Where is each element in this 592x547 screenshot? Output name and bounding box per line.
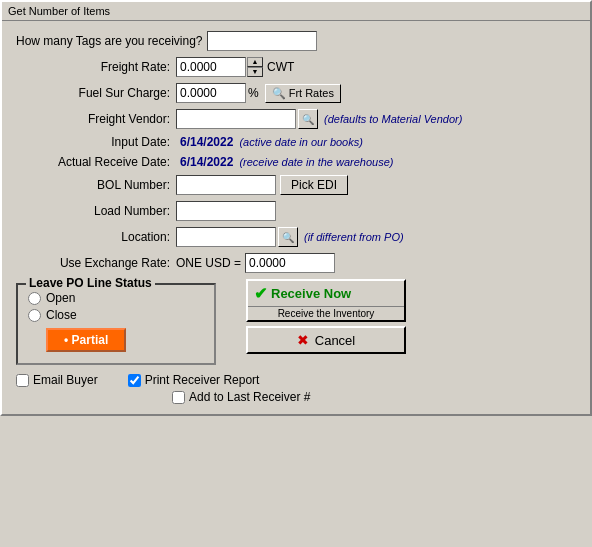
bol-number-label: BOL Number: [16,178,176,192]
partial-button[interactable]: • Partial [46,328,126,352]
exchange-rate-row: Use Exchange Rate: ONE USD = [16,253,576,273]
fuel-sur-label: Fuel Sur Charge: [16,86,176,100]
receive-now-button[interactable]: ✔ Receive Now Receive the Inventory [246,279,406,322]
po-status-open-radio[interactable] [28,292,41,305]
location-input[interactable] [176,227,276,247]
freight-rate-unit: CWT [267,60,294,74]
po-status-open-option: Open [28,291,204,305]
location-label: Location: [16,230,176,244]
exchange-rate-label: Use Exchange Rate: [16,256,176,270]
location-search-button[interactable]: 🔍 [278,227,298,247]
freight-vendor-row: Freight Vendor: 🔍 (defaults to Material … [16,109,576,129]
location-row: Location: 🔍 (if different from PO) [16,227,576,247]
checkmark-icon: ✔ [254,284,267,303]
bottom-checkboxes-row: Email Buyer Print Receiver Report [16,373,576,387]
fuel-sur-input[interactable] [176,83,246,103]
email-buyer-row: Email Buyer [16,373,98,387]
one-usd-label: ONE USD = [176,256,241,270]
input-date-label: Input Date: [16,135,176,149]
print-receiver-checkbox[interactable] [128,374,141,387]
email-buyer-checkbox[interactable] [16,374,29,387]
po-status-close-label: Close [46,308,77,322]
print-receiver-row: Print Receiver Report [128,373,260,387]
input-date-hint: (active date in our books) [239,136,363,148]
po-status-open-label: Open [46,291,75,305]
frt-rates-button[interactable]: 🔍 Frt Rates [265,84,341,103]
location-search-icon: 🔍 [282,232,294,243]
pick-edi-button[interactable]: Pick EDI [280,175,348,195]
po-status-close-radio[interactable] [28,309,41,322]
add-to-last-row: Add to Last Receiver # [172,390,576,404]
location-hint: (if different from PO) [304,231,404,243]
input-date-value: 6/14/2022 [180,135,233,149]
print-receiver-label: Print Receiver Report [145,373,260,387]
freight-rate-up[interactable]: ▲ [247,57,263,67]
freight-rate-row: Freight Rate: ▲ ▼ CWT [16,57,576,77]
add-to-last-checkbox[interactable] [172,391,185,404]
bottom-section: Leave PO Line Status Open Close • Partia… [16,279,576,365]
window-title: Get Number of Items [8,5,110,17]
pick-edi-label: Pick EDI [291,178,337,192]
percent-label: % [248,86,259,100]
receive-now-sub: Receive the Inventory [248,306,404,320]
add-to-last-checkbox-row: Add to Last Receiver # [172,390,310,404]
po-line-status-title: Leave PO Line Status [26,276,155,290]
freight-rate-label: Freight Rate: [16,60,176,74]
freight-rate-down[interactable]: ▼ [247,67,263,77]
partial-label: Partial [72,333,109,347]
exchange-rate-group: ONE USD = [176,253,335,273]
actual-receive-date-label: Actual Receive Date: [16,155,176,169]
actual-receive-date-value: 6/14/2022 [180,155,233,169]
load-number-row: Load Number: [16,201,576,221]
tags-row: How many Tags are you receiving? [16,31,576,51]
right-buttons: ✔ Receive Now Receive the Inventory ✖ Ca… [246,279,406,354]
po-status-close-option: Close [28,308,204,322]
frt-rates-label: Frt Rates [289,87,334,99]
bol-number-input[interactable] [176,175,276,195]
load-number-label: Load Number: [16,204,176,218]
tags-input[interactable] [207,31,317,51]
load-number-input[interactable] [176,201,276,221]
x-icon: ✖ [297,332,309,348]
cancel-button[interactable]: ✖ Cancel [246,326,406,354]
tags-question-label: How many Tags are you receiving? [16,34,203,48]
magnify-icon: 🔍 [272,87,286,100]
receive-now-label: Receive Now [271,286,351,301]
freight-vendor-label: Freight Vendor: [16,112,176,126]
actual-receive-hint: (receive date in the warehouse) [239,156,393,168]
main-window: Get Number of Items How many Tags are yo… [0,0,592,416]
add-to-last-label: Add to Last Receiver # [189,390,310,404]
fuel-sur-row: Fuel Sur Charge: % 🔍 Frt Rates [16,83,576,103]
receive-now-top: ✔ Receive Now [248,281,404,306]
freight-vendor-hint: (defaults to Material Vendor) [324,113,462,125]
bol-number-row: BOL Number: Pick EDI [16,175,576,195]
search-icon: 🔍 [302,114,314,125]
freight-rate-input[interactable] [176,57,246,77]
freight-rate-spinner: ▲ ▼ CWT [176,57,294,77]
actual-receive-date-row: Actual Receive Date: 6/14/2022 (receive … [16,155,576,169]
freight-vendor-input[interactable] [176,109,296,129]
bullet-icon: • [64,333,68,347]
freight-rate-spinners: ▲ ▼ [247,57,263,77]
title-bar: Get Number of Items [2,2,590,21]
po-status-partial-option: • Partial [28,325,204,352]
email-buyer-label: Email Buyer [33,373,98,387]
freight-vendor-search-button[interactable]: 🔍 [298,109,318,129]
cancel-label: Cancel [315,333,355,348]
exchange-rate-input[interactable] [245,253,335,273]
input-date-row: Input Date: 6/14/2022 (active date in ou… [16,135,576,149]
po-line-status-group: Leave PO Line Status Open Close • Partia… [16,283,216,365]
